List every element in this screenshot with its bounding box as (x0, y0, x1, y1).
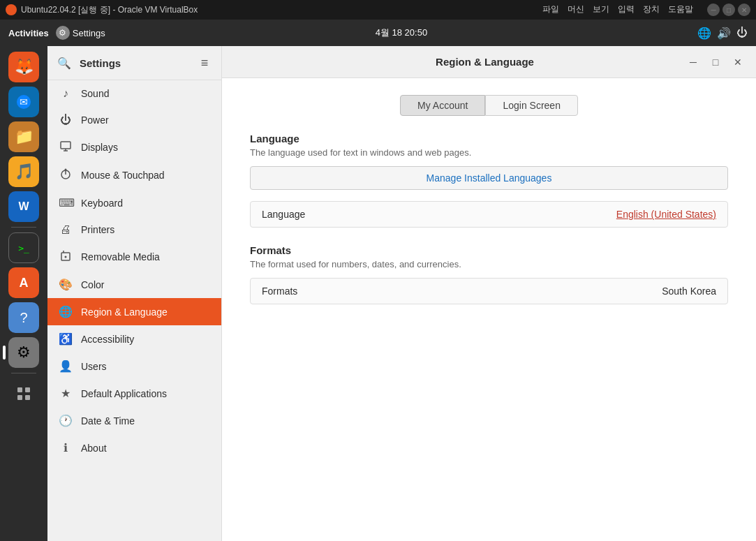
dock-thunderbird[interactable]: ✉ (8, 87, 39, 117)
sidebar-item-label-color: Color (81, 279, 104, 290)
settings-app-icon: ⚙ (56, 26, 70, 40)
sidebar-item-label-accessibility: Accessibility (81, 334, 134, 345)
panel-minimize-button[interactable]: ─ (683, 52, 703, 72)
displays-icon (59, 140, 73, 154)
manage-languages-button[interactable]: Manage Installed Languages (250, 166, 728, 190)
menu-help[interactable]: 도움말 (668, 3, 693, 16)
main-panel: Region & Language ─ □ ✕ My Account Login… (222, 46, 756, 541)
removable-icon (59, 250, 73, 264)
menu-input[interactable]: 입력 (618, 3, 635, 16)
dock-firefox[interactable]: 🦊 (8, 52, 39, 82)
default-apps-icon: ★ (59, 387, 73, 400)
menu-file[interactable]: 파일 (542, 3, 559, 16)
active-app-name: Settings (73, 28, 105, 38)
mouse-icon (59, 168, 73, 182)
main-header: Region & Language ─ □ ✕ (222, 46, 756, 78)
panel-body: My Account Login Screen Language The lan… (222, 78, 756, 541)
menu-device[interactable]: 장치 (643, 3, 660, 16)
language-section-desc: The language used for text in windows an… (250, 147, 728, 158)
dock-settings[interactable]: ⚙ (8, 337, 39, 368)
dock-appstore[interactable]: A (8, 267, 39, 298)
sidebar-title: Settings (80, 57, 189, 69)
panel-maximize-button[interactable]: □ (706, 52, 725, 72)
dock-help[interactable]: ? (8, 302, 39, 333)
formats-section-desc: The format used for numbers, dates, and … (250, 259, 728, 269)
sidebar-item-label-default-apps: Default Applications (81, 388, 167, 399)
svg-text:✉: ✉ (20, 96, 28, 108)
language-row: Language English (United States) (250, 201, 728, 228)
system-tray: 🌐 🔊 ⏻ (697, 27, 748, 40)
menu-machine[interactable]: 머신 (568, 3, 584, 16)
sidebar-item-displays[interactable]: Displays (47, 133, 221, 161)
sidebar-item-printers[interactable]: 🖨 Printers (47, 216, 221, 243)
sidebar-item-label-users: Users (81, 361, 107, 372)
panel-title: Region & Language (286, 56, 683, 68)
datetime-icon: 🕐 (59, 414, 73, 427)
printers-icon: 🖨 (59, 223, 73, 236)
sidebar-item-label-region: Region & Language (81, 306, 168, 318)
main-area: 🦊 ✉ 📁 🎵 W >_ A ? ⚙ 🔍 Settings ≡ (0, 46, 756, 541)
svg-point-14 (65, 256, 67, 258)
sidebar-item-about[interactable]: ℹ About (47, 434, 221, 461)
minimize-button[interactable]: ─ (707, 3, 720, 16)
window-controls: 파일 머신 보기 입력 장치 도움말 ─ □ ✕ (542, 3, 750, 16)
sound-icon: ♪ (59, 87, 73, 100)
titlebar: Ubuntu22.04.2 [실행 중] - Oracle VM Virtual… (0, 0, 756, 20)
about-icon: ℹ (59, 441, 73, 454)
power-icon[interactable]: ⏻ (736, 27, 748, 39)
sidebar-search-button[interactable]: 🔍 (53, 52, 75, 74)
dock-terminal[interactable]: >_ (8, 232, 39, 263)
dock-files[interactable]: 📁 (8, 121, 39, 152)
tab-login-screen[interactable]: Login Screen (485, 95, 578, 116)
sidebar-item-label-removable: Removable Media (81, 251, 160, 262)
maximize-button[interactable]: □ (722, 3, 735, 16)
volume-icon[interactable]: 🔊 (717, 27, 731, 40)
dock-writer[interactable]: W (8, 191, 39, 222)
application-dock: 🦊 ✉ 📁 🎵 W >_ A ? ⚙ (0, 46, 47, 541)
sidebar-item-label-power: Power (81, 114, 109, 126)
svg-rect-2 (17, 387, 22, 392)
panel-close-button[interactable]: ✕ (728, 52, 748, 72)
sidebar-header: 🔍 Settings ≡ (47, 46, 221, 80)
language-value[interactable]: English (United States) (616, 209, 716, 220)
dock-show-apps[interactable] (8, 378, 39, 409)
sidebar-item-label-printers: Printers (81, 224, 114, 235)
sidebar-menu-button[interactable]: ≡ (193, 52, 216, 74)
svg-rect-4 (17, 395, 22, 400)
sidebar-item-label-keyboard: Keyboard (81, 198, 123, 209)
settings-content: 🔍 Settings ≡ ♪ Sound ⏻ Power Displays (47, 46, 756, 541)
svg-rect-6 (61, 142, 71, 149)
settings-window: 🔍 Settings ≡ ♪ Sound ⏻ Power Displays (47, 46, 756, 541)
sidebar-item-label-about: About (81, 443, 107, 454)
dock-separator-2 (11, 373, 36, 373)
formats-value[interactable]: South Korea (662, 286, 716, 297)
sidebar-item-label-displays: Displays (81, 142, 118, 153)
language-section: Language The language used for text in w… (250, 133, 728, 228)
sidebar-item-datetime[interactable]: 🕐 Date & Time (47, 407, 221, 434)
sidebar-item-color[interactable]: 🎨 Color (47, 271, 221, 298)
sidebar-item-power[interactable]: ⏻ Power (47, 107, 221, 133)
sidebar-item-keyboard[interactable]: ⌨ Keyboard (47, 189, 221, 216)
app-icon (6, 4, 17, 15)
activities-button[interactable]: Activities (8, 28, 49, 38)
svg-rect-3 (25, 387, 30, 392)
account-tabs: My Account Login Screen (250, 95, 728, 116)
sidebar-item-region[interactable]: 🌐 Region & Language (47, 298, 221, 325)
sidebar-item-users[interactable]: 👤 Users (47, 353, 221, 380)
sidebar-item-default-apps[interactable]: ★ Default Applications (47, 380, 221, 407)
sidebar-item-sound[interactable]: ♪ Sound (47, 80, 221, 107)
sidebar-item-mouse[interactable]: Mouse & Touchpad (47, 161, 221, 189)
network-icon[interactable]: 🌐 (697, 27, 711, 40)
language-label: Language (262, 209, 305, 220)
sidebar-item-accessibility[interactable]: ♿ Accessibility (47, 325, 221, 353)
users-icon: 👤 (59, 360, 73, 373)
region-icon: 🌐 (59, 305, 73, 318)
close-button[interactable]: ✕ (738, 3, 750, 16)
menu-view[interactable]: 보기 (593, 3, 609, 16)
formats-row: Formats South Korea (250, 278, 728, 304)
tab-my-account[interactable]: My Account (400, 95, 485, 116)
sidebar-item-removable[interactable]: Removable Media (47, 243, 221, 271)
formats-label: Formats (262, 286, 297, 297)
formats-section-title: Formats (250, 244, 728, 256)
dock-rhythmbox[interactable]: 🎵 (8, 156, 39, 187)
